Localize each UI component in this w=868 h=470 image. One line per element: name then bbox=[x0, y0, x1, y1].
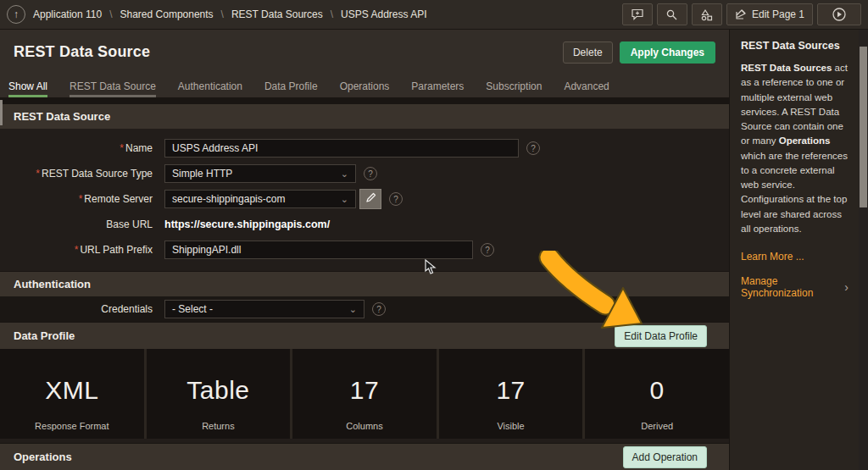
stat-label: Columns bbox=[292, 421, 437, 431]
edit-pencil-icon bbox=[735, 8, 747, 20]
remote-server-row: Remote Server secure-shippingapis-com ⌄ … bbox=[0, 186, 729, 212]
stat-value: 17 bbox=[292, 376, 437, 405]
url-path-prefix-input[interactable] bbox=[164, 241, 473, 259]
stat-label: Response Format bbox=[0, 421, 144, 431]
comment-plus-icon bbox=[631, 8, 644, 20]
help-text: which are the references to a concrete e… bbox=[741, 151, 848, 234]
top-bar: ↑ Application 110 \ Shared Components \ … bbox=[0, 0, 868, 30]
name-row: Name ? bbox=[0, 135, 729, 161]
base-url-value: https://secure.shippingapis.com/ bbox=[164, 218, 330, 230]
stat-label: Returns bbox=[147, 421, 291, 431]
scrollbar-thumb[interactable] bbox=[860, 47, 867, 207]
section-rest-data-source: REST Data Source bbox=[0, 103, 729, 129]
stat-value: Table bbox=[147, 376, 291, 405]
edit-remote-server-button[interactable] bbox=[359, 189, 381, 209]
help-icon[interactable]: ? bbox=[372, 302, 386, 316]
base-url-label: Base URL bbox=[106, 218, 153, 230]
vertical-scrollbar[interactable] bbox=[859, 30, 868, 470]
tab-authentication[interactable]: Authentication bbox=[178, 75, 242, 97]
rest-source-type-select[interactable]: Simple HTTP ⌄ bbox=[164, 164, 356, 183]
breadcrumb-current-item: USPS Address API bbox=[341, 8, 426, 20]
page-header: REST Data Source Delete Apply Changes bbox=[0, 30, 729, 75]
name-label: Name bbox=[125, 142, 153, 154]
chevron-right-icon: › bbox=[844, 280, 849, 294]
shapes-icon bbox=[700, 8, 714, 21]
up-arrow-icon[interactable]: ↑ bbox=[7, 5, 25, 24]
play-circle-icon bbox=[832, 7, 847, 22]
add-operation-button[interactable]: Add Operation bbox=[623, 446, 707, 468]
help-icon[interactable]: ? bbox=[364, 167, 377, 180]
manage-synchronization-link[interactable]: Manage Synchronization › bbox=[741, 275, 849, 299]
spotlight-icon bbox=[665, 8, 678, 21]
edit-page-button[interactable]: Edit Page 1 bbox=[726, 3, 813, 25]
shared-components-button[interactable] bbox=[692, 3, 722, 25]
remote-server-label: Remote Server bbox=[84, 193, 153, 205]
help-bold-term: Operations bbox=[779, 135, 831, 146]
learn-more-link[interactable]: Learn More ... bbox=[741, 251, 849, 263]
apply-changes-button[interactable]: Apply Changes bbox=[620, 41, 715, 64]
breadcrumb-separator: \ bbox=[221, 8, 224, 20]
tab-parameters[interactable]: Parameters bbox=[411, 75, 464, 97]
credentials-select[interactable]: - Select - ⌄ bbox=[164, 300, 364, 318]
operations-title: Operations bbox=[14, 451, 72, 463]
url-path-prefix-label: URL Path Prefix bbox=[80, 244, 153, 256]
apex-rest-data-source-page: ↑ Application 110 \ Shared Components \ … bbox=[0, 0, 868, 470]
stat-response-format: XML Response Format bbox=[0, 349, 144, 439]
type-row: REST Data Source Type Simple HTTP ⌄ ? bbox=[0, 161, 729, 186]
help-icon[interactable]: ? bbox=[389, 192, 403, 206]
stat-label: Derived bbox=[585, 421, 729, 431]
manage-synchronization-label: Manage Synchronization bbox=[741, 275, 844, 299]
stat-returns: Table Returns bbox=[147, 349, 291, 439]
stat-value: XML bbox=[0, 376, 144, 405]
run-page-button[interactable] bbox=[817, 3, 861, 25]
base-url-row: Base URL https://secure.shippingapis.com… bbox=[0, 212, 729, 237]
help-icon[interactable]: ? bbox=[481, 243, 494, 257]
help-body: REST Data Sources act as a reference to … bbox=[741, 61, 849, 236]
breadcrumb-separator: \ bbox=[331, 8, 333, 20]
breadcrumb-shared-components[interactable]: Shared Components bbox=[120, 8, 214, 20]
credentials-label: Credentials bbox=[101, 303, 153, 315]
stat-value: 0 bbox=[585, 376, 729, 405]
remote-server-select[interactable]: secure-shippingapis-com ⌄ bbox=[164, 190, 356, 208]
chevron-down-icon: ⌄ bbox=[341, 169, 348, 180]
left-scrollbar-fragment[interactable] bbox=[0, 100, 3, 125]
stat-derived: 0 Derived bbox=[585, 349, 729, 439]
help-icon[interactable]: ? bbox=[526, 141, 540, 155]
section-authentication: Authentication bbox=[0, 271, 729, 296]
section-operations: Operations Add Operation bbox=[0, 443, 729, 470]
remote-server-selected-value: secure-shippingapis-com bbox=[172, 193, 341, 205]
header-actions: Delete Apply Changes bbox=[563, 41, 715, 64]
breadcrumb-rest-data-sources[interactable]: REST Data Sources bbox=[231, 8, 323, 20]
edit-data-profile-button[interactable]: Edit Data Profile bbox=[615, 325, 707, 347]
stat-label: Visible bbox=[439, 421, 583, 431]
help-bold-term: REST Data Sources bbox=[741, 63, 832, 73]
breadcrumb: ↑ Application 110 \ Shared Components \ … bbox=[7, 5, 427, 24]
tab-data-profile[interactable]: Data Profile bbox=[264, 75, 318, 97]
help-text: act as a reference to one or multiple ex… bbox=[741, 63, 848, 146]
delete-button[interactable]: Delete bbox=[563, 41, 613, 64]
stat-columns: 17 Columns bbox=[292, 349, 437, 439]
tab-operations[interactable]: Operations bbox=[340, 75, 390, 97]
feedback-button[interactable] bbox=[622, 3, 653, 25]
tab-show-all[interactable]: Show All bbox=[8, 75, 47, 97]
name-input[interactable] bbox=[164, 139, 519, 158]
chevron-down-icon: ⌄ bbox=[341, 194, 348, 205]
rest-data-source-form: Name ? REST Data Source Type Simple HTTP… bbox=[0, 129, 729, 271]
tab-advanced[interactable]: Advanced bbox=[564, 75, 609, 97]
breadcrumb-application[interactable]: Application 110 bbox=[33, 8, 102, 20]
required-marker bbox=[120, 142, 125, 154]
top-bar-actions: Edit Page 1 bbox=[622, 3, 861, 25]
stat-visible: 17 Visible bbox=[439, 349, 583, 439]
credentials-selected-value: - Select - bbox=[172, 303, 349, 315]
tab-subscription[interactable]: Subscription bbox=[486, 75, 542, 97]
data-profile-stats: XML Response Format Table Returns 17 Col… bbox=[0, 349, 729, 439]
section-data-profile: Data Profile Edit Data Profile bbox=[0, 322, 729, 349]
page-title: REST Data Source bbox=[14, 43, 150, 61]
data-profile-title: Data Profile bbox=[14, 329, 75, 342]
edit-page-label: Edit Page 1 bbox=[752, 8, 804, 20]
url-path-prefix-row: URL Path Prefix ? bbox=[0, 237, 729, 263]
tab-rest-data-source[interactable]: REST Data Source bbox=[70, 75, 156, 97]
spotlight-search-button[interactable] bbox=[657, 3, 687, 25]
tab-divider bbox=[0, 97, 729, 103]
region-tabs: Show All REST Data Source Authentication… bbox=[0, 75, 729, 97]
